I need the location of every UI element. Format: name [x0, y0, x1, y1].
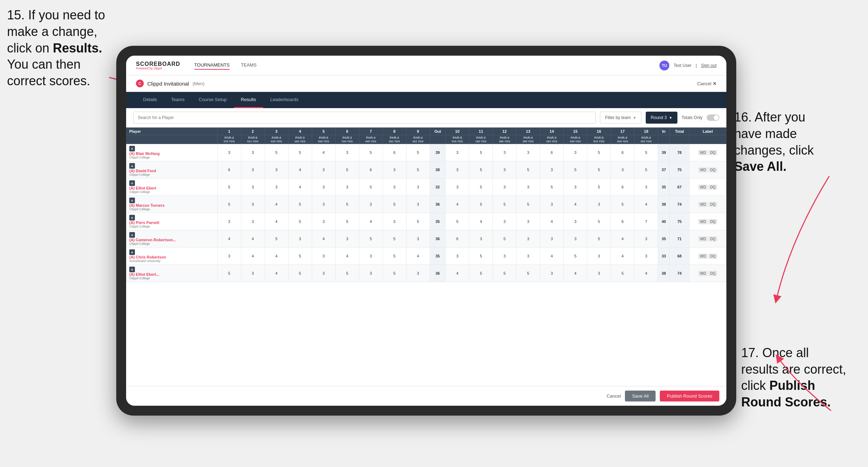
wd-button[interactable]: WD — [698, 202, 708, 207]
score-hole-7[interactable]: 5 — [359, 179, 383, 196]
score-hole-8[interactable]: 5 — [383, 230, 406, 248]
score-hole-12[interactable]: 5 — [493, 230, 516, 248]
score-hole-3[interactable]: 3 — [265, 179, 288, 196]
score-hole-6[interactable]: 5 — [335, 161, 359, 179]
score-hole-6[interactable]: 5 — [335, 265, 359, 282]
score-hole-18[interactable]: 3 — [634, 179, 658, 196]
score-hole-4[interactable]: 4 — [288, 161, 312, 179]
score-hole-10[interactable]: 3 — [446, 144, 469, 161]
score-hole-9[interactable]: 5 — [406, 161, 430, 179]
score-hole-3[interactable]: 4 — [265, 265, 288, 282]
score-hole-2[interactable]: 3 — [241, 213, 265, 230]
score-hole-12[interactable]: 5 — [493, 265, 516, 282]
score-hole-11[interactable]: 5 — [469, 248, 493, 265]
tab-teams[interactable]: Teams — [164, 92, 192, 108]
score-hole-14[interactable]: 6 — [540, 144, 564, 161]
wd-button[interactable]: WD — [698, 254, 708, 259]
score-hole-1[interactable]: 5 — [217, 196, 241, 213]
score-hole-3[interactable]: 5 — [265, 144, 288, 161]
score-hole-7[interactable]: 3 — [359, 196, 383, 213]
score-hole-9[interactable]: 3 — [406, 179, 430, 196]
score-hole-8[interactable]: 5 — [383, 196, 406, 213]
wd-button[interactable]: WD — [698, 271, 708, 276]
score-hole-7[interactable]: 5 — [359, 230, 383, 248]
score-hole-15[interactable]: 3 — [564, 213, 587, 230]
score-hole-2[interactable]: 4 — [241, 248, 265, 265]
score-hole-6[interactable]: 5 — [335, 196, 359, 213]
score-hole-5[interactable]: 4 — [312, 230, 335, 248]
score-hole-5[interactable]: 3 — [312, 248, 335, 265]
score-hole-4[interactable]: 3 — [288, 230, 312, 248]
dq-button[interactable]: DQ — [708, 219, 717, 224]
score-hole-4[interactable]: 5 — [288, 144, 312, 161]
score-hole-12[interactable]: 3 — [493, 248, 516, 265]
search-input[interactable] — [133, 112, 596, 124]
score-hole-4[interactable]: 4 — [288, 179, 312, 196]
score-hole-5[interactable]: 3 — [312, 179, 335, 196]
score-hole-9[interactable]: 3 — [406, 196, 430, 213]
score-hole-2[interactable]: 3 — [241, 161, 265, 179]
score-hole-9[interactable]: 3 — [406, 230, 430, 248]
score-hole-10[interactable]: 5 — [446, 213, 469, 230]
save-all-button[interactable]: Save All — [625, 391, 656, 401]
round-selector-button[interactable]: Round 3 ▼ — [646, 112, 677, 124]
score-hole-7[interactable]: 6 — [359, 161, 383, 179]
score-hole-15[interactable]: 3 — [564, 179, 587, 196]
wd-button[interactable]: WD — [698, 167, 708, 173]
score-hole-12[interactable]: 3 — [493, 144, 516, 161]
score-hole-4[interactable]: 5 — [288, 213, 312, 230]
score-hole-1[interactable]: 3 — [217, 213, 241, 230]
wd-button[interactable]: WD — [698, 219, 708, 224]
dq-button[interactable]: DQ — [708, 254, 717, 259]
score-hole-15[interactable]: 4 — [564, 265, 587, 282]
tab-details[interactable]: Details — [136, 92, 164, 108]
score-hole-16[interactable]: 5 — [587, 179, 611, 196]
score-hole-1[interactable]: 3 — [217, 144, 241, 161]
score-hole-18[interactable]: 5 — [634, 161, 658, 179]
score-hole-13[interactable]: 3 — [516, 230, 540, 248]
nav-tournaments[interactable]: TOURNAMENTS — [194, 61, 230, 70]
score-hole-11[interactable]: 5 — [469, 144, 493, 161]
score-hole-1[interactable]: 5 — [217, 265, 241, 282]
score-hole-8[interactable]: 5 — [383, 248, 406, 265]
score-hole-2[interactable]: 3 — [241, 196, 265, 213]
score-hole-11[interactable]: 5 — [469, 179, 493, 196]
score-hole-6[interactable]: 4 — [335, 248, 359, 265]
score-hole-13[interactable]: 3 — [516, 179, 540, 196]
wd-button[interactable]: WD — [698, 185, 708, 190]
score-hole-6[interactable]: 3 — [335, 230, 359, 248]
score-hole-14[interactable]: 3 — [540, 230, 564, 248]
score-hole-9[interactable]: 3 — [406, 265, 430, 282]
tab-course-setup[interactable]: Course Setup — [192, 92, 234, 108]
publish-round-scores-button[interactable]: Publish Round Scores — [660, 391, 719, 401]
score-hole-5[interactable]: 3 — [312, 265, 335, 282]
tab-leaderboards[interactable]: Leaderboards — [263, 92, 305, 108]
dq-button[interactable]: DQ — [708, 202, 717, 207]
score-hole-6[interactable]: 3 — [335, 144, 359, 161]
score-hole-18[interactable]: 4 — [634, 196, 658, 213]
score-hole-15[interactable]: 5 — [564, 248, 587, 265]
score-hole-17[interactable]: 6 — [611, 213, 634, 230]
score-hole-5[interactable]: 3 — [312, 213, 335, 230]
score-hole-1[interactable]: 5 — [217, 179, 241, 196]
tab-results[interactable]: Results — [234, 92, 263, 108]
dq-button[interactable]: DQ — [708, 236, 717, 242]
score-hole-17[interactable]: 4 — [611, 230, 634, 248]
cancel-top-button[interactable]: Cancel ✕ — [697, 81, 717, 86]
score-hole-10[interactable]: 3 — [446, 179, 469, 196]
score-hole-2[interactable]: 3 — [241, 144, 265, 161]
score-hole-14[interactable]: 3 — [540, 196, 564, 213]
score-hole-8[interactable]: 6 — [383, 144, 406, 161]
score-hole-13[interactable]: 5 — [516, 196, 540, 213]
wd-button[interactable]: WD — [698, 236, 708, 242]
score-hole-7[interactable]: 4 — [359, 213, 383, 230]
score-hole-4[interactable]: 5 — [288, 196, 312, 213]
score-hole-10[interactable]: 3 — [446, 248, 469, 265]
score-hole-16[interactable]: 5 — [587, 230, 611, 248]
score-hole-7[interactable]: 3 — [359, 248, 383, 265]
score-hole-15[interactable]: 3 — [564, 144, 587, 161]
score-hole-11[interactable]: 5 — [469, 161, 493, 179]
score-hole-18[interactable]: 7 — [634, 213, 658, 230]
score-hole-2[interactable]: 3 — [241, 179, 265, 196]
score-hole-1[interactable]: 6 — [217, 161, 241, 179]
